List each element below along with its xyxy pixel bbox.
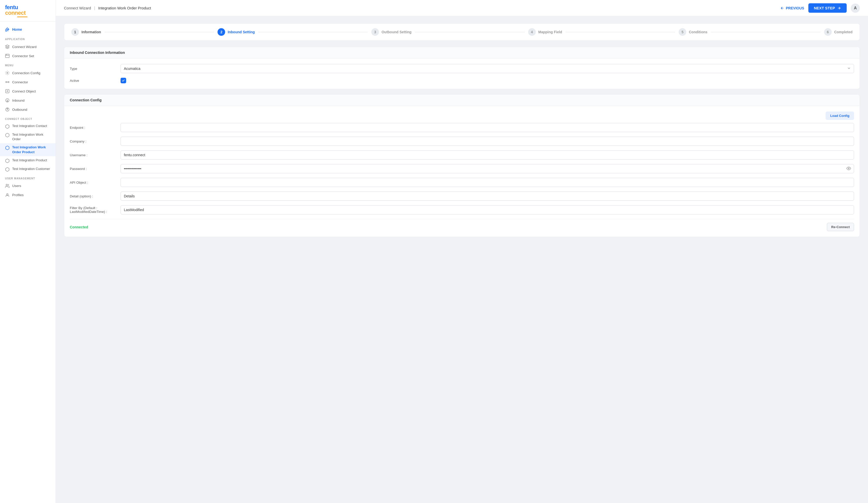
connect-object-icon (5, 89, 10, 93)
password-input[interactable] (121, 164, 854, 173)
reconnect-button[interactable]: Re-Connect (827, 223, 854, 231)
next-step-label: NEXT STEP (814, 6, 835, 10)
inbound-connection-title: Inbound Connection Information (64, 47, 860, 58)
company-row: Company : (70, 137, 854, 146)
svg-point-4 (6, 82, 7, 83)
step-6[interactable]: 6 Completed (824, 28, 852, 36)
connection-config-card: Connection Config Load Config Endpoint :… (64, 94, 860, 237)
detail-input[interactable] (121, 192, 854, 201)
sidebar-item-connect-wizard[interactable]: Connect Wizard (0, 42, 55, 51)
section-label-connect-object: CONNECT OBJECT (0, 114, 55, 122)
type-select-wrapper: Acumatica Salesforce HubSpot Custom (121, 64, 854, 73)
filter-by-input[interactable] (121, 205, 854, 214)
company-label: Company : (70, 140, 121, 143)
step-4-label: Mapping Field (538, 30, 562, 34)
outbound-icon (5, 107, 10, 112)
detail-label: Detail (option) : (70, 194, 121, 198)
username-input[interactable] (121, 150, 854, 160)
sidebar-item-test-integration-contact[interactable]: Test Integration Contact (0, 122, 55, 131)
step-2-number: 2 (217, 28, 225, 36)
filter-by-control (121, 205, 854, 214)
step-3[interactable]: 3 Outbound Setting (371, 28, 411, 36)
sidebar-item-profiles[interactable]: Profiles (0, 191, 55, 200)
connector-set-label: Connector Set (12, 54, 34, 58)
filter-by-label: Filter By (Default : LastModifiedDateTim… (70, 206, 121, 214)
endpoint-control (121, 123, 854, 132)
load-config-button[interactable]: Load Config (826, 111, 854, 120)
inbound-icon (5, 98, 10, 103)
previous-button[interactable]: PREVIOUS (780, 6, 804, 10)
active-row: Active (70, 78, 854, 83)
section-label-application: APPLICATION (0, 34, 55, 42)
svg-point-12 (848, 168, 849, 169)
section-label-user-management: USER MANAGEMENT (0, 173, 55, 181)
active-checkbox[interactable] (121, 78, 126, 83)
company-input[interactable] (121, 137, 854, 146)
step-2-label: Inbound Setting (228, 30, 255, 34)
type-row: Type Acumatica Salesforce HubSpot Custom (70, 64, 854, 73)
logo-connect: connect (5, 10, 51, 16)
header: Connect Wizard | Integration Work Order … (56, 0, 868, 16)
sidebar-item-users[interactable]: Users (0, 181, 55, 191)
arrow-right-icon (837, 6, 841, 10)
sidebar-item-connection-config[interactable]: Connection Config (0, 68, 55, 78)
content-area: 1 Information 2 Inbound Setting 3 Outbou… (56, 16, 868, 503)
main-content: Connect Wizard | Integration Work Order … (56, 0, 868, 503)
previous-label: PREVIOUS (786, 6, 804, 10)
sidebar-item-test-integration-product[interactable]: Test Integration Product (0, 156, 55, 165)
endpoint-row: Endpoint : (70, 123, 854, 132)
sidebar: fentu connect Home APPLICATION (0, 0, 56, 503)
connection-config-title: Connection Config (64, 94, 860, 106)
sidebar-item-outbound[interactable]: Outbound (0, 105, 55, 114)
step-3-number: 3 (371, 28, 379, 36)
connect-object-label: Connect Object (12, 89, 36, 93)
step-6-label: Completed (834, 30, 852, 34)
breadcrumb-separator: | (94, 6, 95, 10)
step-4[interactable]: 4 Mapping Field (528, 28, 562, 36)
logo-line (17, 17, 28, 17)
box-icon-contact (5, 124, 10, 129)
sidebar-item-test-integration-work-order[interactable]: Test Integration Work Order (0, 131, 55, 143)
sidebar-item-connect-object[interactable]: Connect Object (0, 87, 55, 96)
test-integration-contact-label: Test Integration Contact (12, 124, 47, 128)
detail-row: Detail (option) : (70, 192, 854, 201)
breadcrumb-parent: Connect Wizard (64, 6, 91, 10)
user-avatar[interactable]: A (851, 3, 860, 13)
users-label: Users (12, 184, 21, 188)
eye-icon[interactable] (846, 166, 851, 171)
connected-status: Connected (70, 225, 88, 229)
arrow-left-icon (780, 6, 784, 10)
api-object-row: API Object : (70, 178, 854, 187)
api-object-input[interactable] (121, 178, 854, 187)
sidebar-item-test-integration-work-order-product[interactable]: Test Integration Work Order Product (0, 143, 55, 156)
step-1[interactable]: 1 Information (71, 28, 101, 36)
connection-config-icon (5, 71, 10, 75)
inbound-label: Inbound (12, 99, 24, 102)
breadcrumb-current: Integration Work Order Product (98, 6, 151, 10)
step-5[interactable]: 5 Conditions (679, 28, 707, 36)
endpoint-input[interactable] (121, 123, 854, 132)
type-select[interactable]: Acumatica Salesforce HubSpot Custom (121, 64, 854, 73)
connector-set-icon (5, 53, 10, 58)
box-icon-customer (5, 167, 10, 172)
load-config-row: Load Config (70, 111, 854, 123)
next-step-button[interactable]: NEXT STEP (808, 3, 847, 13)
api-object-control (121, 178, 854, 187)
sidebar-item-connector-set[interactable]: Connector Set (0, 51, 55, 60)
box-icon-work-order (5, 133, 10, 138)
sidebar-item-home[interactable]: Home (0, 24, 55, 34)
sidebar-item-connector[interactable]: Connector (0, 78, 55, 87)
test-integration-customer-label: Test Integration Customer (12, 167, 50, 171)
connect-wizard-icon (5, 44, 10, 49)
test-integration-work-order-label: Test Integration Work Order (12, 132, 51, 141)
svg-rect-0 (6, 54, 9, 58)
sidebar-item-inbound[interactable]: Inbound (0, 96, 55, 105)
step-2[interactable]: 2 Inbound Setting (217, 28, 255, 36)
sidebar-item-test-integration-customer[interactable]: Test Integration Customer (0, 165, 55, 173)
section-label-menu: MENU (0, 60, 55, 68)
step-3-label: Outbound Setting (381, 30, 411, 34)
active-control (121, 78, 854, 83)
profiles-icon (5, 193, 10, 198)
connection-config-body: Load Config Endpoint : Company : (64, 106, 860, 237)
connection-config-label: Connection Config (12, 71, 40, 75)
